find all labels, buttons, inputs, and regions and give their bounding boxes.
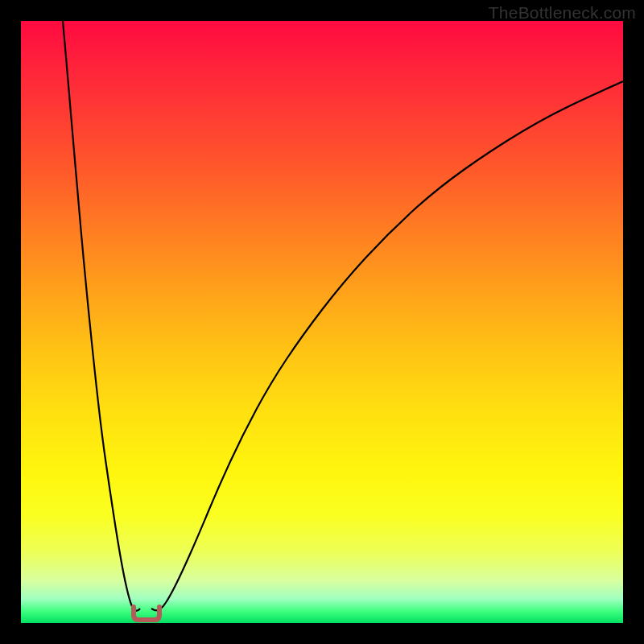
bottleneck-curve-left [63,21,140,611]
watermark-text: TheBottleneck.com [489,3,636,23]
curve-layer [21,21,623,623]
bottleneck-curve-right [151,81,623,610]
plot-area [21,21,623,623]
chart-frame: TheBottleneck.com [0,0,644,644]
notch-marker [134,607,159,620]
